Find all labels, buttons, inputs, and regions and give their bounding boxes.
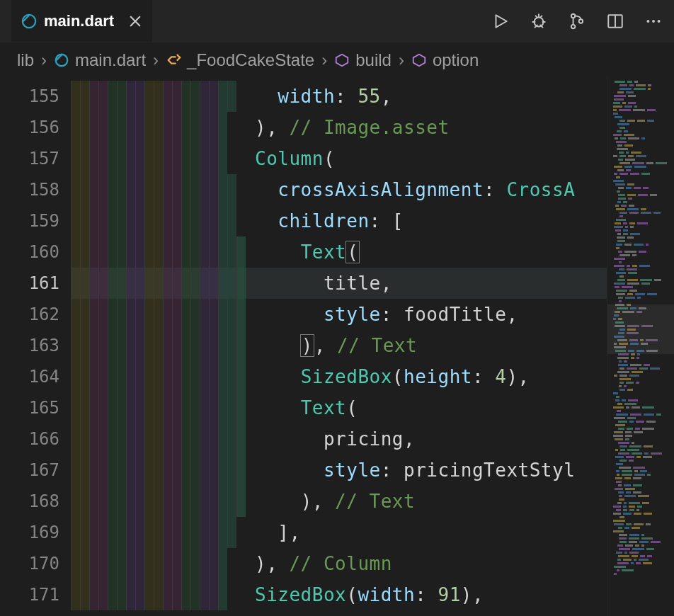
code-line[interactable]: Text( <box>71 392 607 423</box>
method-icon <box>334 52 350 68</box>
breadcrumb-label: main.dart <box>75 50 146 70</box>
code-line[interactable]: width: 55, <box>71 81 607 112</box>
dart-file-icon <box>54 52 69 68</box>
breadcrumb-build[interactable]: build <box>334 50 392 70</box>
code-line[interactable]: style: pricingTextStyl <box>71 455 607 486</box>
tab-bar: main.dart <box>0 0 674 42</box>
line-number: 168 <box>0 486 71 517</box>
code-line[interactable]: title, <box>71 268 607 299</box>
line-number: 159 <box>0 205 71 236</box>
editor-actions <box>491 12 663 30</box>
close-icon[interactable] <box>128 14 142 28</box>
code-line[interactable]: ), // Image.asset <box>71 112 607 143</box>
breadcrumb-file[interactable]: main.dart <box>54 50 146 70</box>
chevron-right-icon: › <box>396 50 407 70</box>
code-area[interactable]: width: 55,), // Image.assetColumn( cross… <box>71 78 607 616</box>
svg-point-4 <box>579 19 583 23</box>
code-line[interactable]: ), // Column <box>71 548 607 579</box>
svg-point-2 <box>571 13 575 17</box>
code-line[interactable]: SizedBox(width: 91), <box>71 579 607 610</box>
dart-file-icon <box>21 13 37 29</box>
breadcrumb-option[interactable]: option <box>411 50 479 70</box>
debug-icon[interactable] <box>530 12 548 30</box>
more-icon[interactable] <box>644 12 663 30</box>
code-line[interactable]: Column( <box>71 143 607 174</box>
line-number: 160 <box>0 236 71 268</box>
breadcrumb-label: _FoodCakeState <box>187 50 314 70</box>
line-number: 158 <box>0 174 71 205</box>
tabs: main.dart <box>11 0 152 42</box>
code-line[interactable]: crossAxisAlignment: CrossA <box>71 174 607 205</box>
class-icon <box>166 52 181 68</box>
line-number: 155 <box>0 81 71 112</box>
tab-main-dart[interactable]: main.dart <box>11 0 152 42</box>
source-control-icon[interactable] <box>568 12 586 30</box>
code-line[interactable]: ), // Text <box>71 486 607 517</box>
chevron-right-icon: › <box>319 50 330 70</box>
line-number: 165 <box>0 392 71 423</box>
chevron-right-icon: › <box>38 50 50 70</box>
code-line[interactable]: children: [ <box>71 205 607 236</box>
split-editor-icon[interactable] <box>606 12 624 30</box>
svg-point-0 <box>23 14 35 27</box>
line-number: 156 <box>0 112 71 143</box>
chevron-right-icon: › <box>150 50 161 70</box>
run-icon[interactable] <box>491 12 510 30</box>
editor[interactable]: 1551561571581591601611621631641651661671… <box>0 78 674 616</box>
svg-point-8 <box>658 20 661 23</box>
breadcrumbs: lib › main.dart › _FoodCakeState › build… <box>0 42 674 78</box>
breadcrumb-lib[interactable]: lib <box>17 50 34 70</box>
line-number: 161 <box>0 268 71 299</box>
breadcrumb-label: option <box>433 50 479 70</box>
code-line[interactable]: style: foodTitle, <box>71 299 607 330</box>
breadcrumb-class[interactable]: _FoodCakeState <box>166 50 314 70</box>
line-number: 170 <box>0 548 71 579</box>
code-line[interactable]: SizedBox(height: 4), <box>71 361 607 392</box>
gutter: 1551561571581591601611621631641651661671… <box>0 78 71 616</box>
line-number: 163 <box>0 330 71 361</box>
line-number: 164 <box>0 361 71 392</box>
svg-point-6 <box>646 20 649 23</box>
minimap[interactable] <box>607 78 674 616</box>
breadcrumb-label: build <box>355 50 392 70</box>
line-number: 167 <box>0 455 71 486</box>
code-line[interactable]: ], <box>71 517 607 548</box>
line-number: 169 <box>0 517 71 548</box>
svg-point-3 <box>571 24 575 28</box>
line-number: 171 <box>0 579 71 610</box>
breadcrumb-label: lib <box>17 50 34 70</box>
minimap-viewport[interactable] <box>607 304 674 354</box>
code-line[interactable]: Text( <box>71 236 607 268</box>
method-icon <box>411 52 427 68</box>
code-line[interactable]: ), // Text <box>71 330 607 361</box>
code-line[interactable]: pricing, <box>71 423 607 455</box>
tab-label: main.dart <box>44 12 114 30</box>
line-number: 157 <box>0 143 71 174</box>
line-number: 162 <box>0 299 71 330</box>
svg-point-7 <box>652 20 655 23</box>
line-number: 166 <box>0 423 71 455</box>
